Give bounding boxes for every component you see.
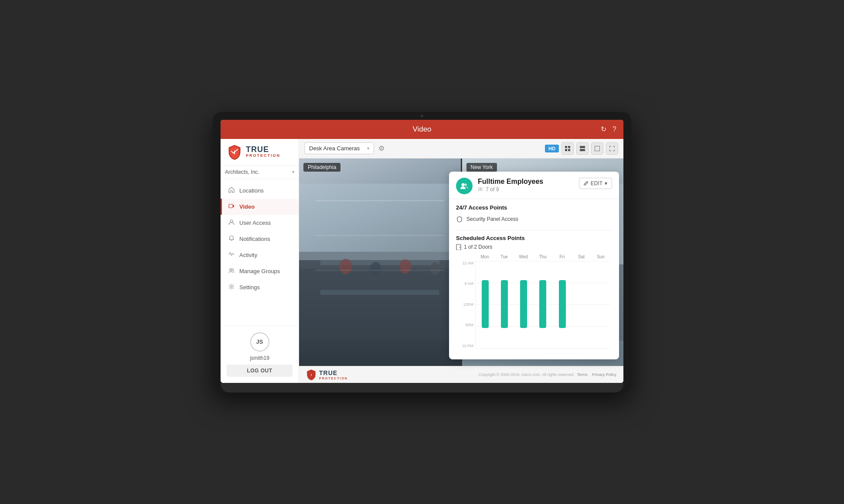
sidebar-item-label: Locations	[239, 187, 264, 194]
avatar: JS	[250, 332, 269, 352]
day-sat: Sat	[572, 254, 591, 259]
sidebar-item-label: User Access	[239, 220, 271, 226]
edit-button[interactable]: EDIT ▾	[579, 178, 612, 189]
sidebar-item-video[interactable]: Video	[221, 199, 299, 215]
access-247-section: 24/7 Access Points Security Panel Access	[456, 204, 612, 224]
refresh-icon[interactable]: ↻	[601, 125, 606, 133]
day-fri: Fri	[552, 254, 572, 259]
camera-dropdown[interactable]: Desk Area Cameras ▾	[304, 142, 374, 154]
sidebar-item-settings[interactable]: Settings	[221, 279, 299, 295]
svg-rect-16	[299, 183, 461, 260]
chart-col-fri	[553, 261, 572, 348]
fullscreen-button[interactable]	[606, 142, 618, 155]
svg-rect-8	[565, 149, 567, 151]
sidebar-item-user-access[interactable]: User Access	[221, 215, 299, 231]
logo-protection: PROTECTION	[246, 154, 280, 158]
sidebar-footer: JS jsmith19 LOG OUT	[221, 326, 299, 383]
footer-copyright: Copyright © 2000-2019, Alarm.com. All ri…	[479, 372, 575, 377]
chart-col-tue	[495, 261, 514, 348]
panel-title-group: Fulltime Employees 7 of 9	[456, 178, 543, 194]
bell-icon	[228, 235, 235, 243]
app-footer: i TRUE PROTECTION Copyright © 2000-2019,…	[299, 366, 623, 383]
chart-col-sun	[591, 261, 610, 348]
settings-icon[interactable]: ⚙	[378, 144, 385, 152]
sidebar-item-locations[interactable]: Locations	[221, 183, 299, 199]
footer-privacy-link[interactable]: Privacy Policy	[592, 372, 616, 377]
video-icon	[228, 203, 235, 210]
scheduled-section: Scheduled Access Points 1 of 2 Doors	[456, 235, 612, 348]
chart-bar-wed	[520, 280, 527, 328]
time-12pm: 12PM	[458, 302, 473, 307]
chart-bar-tue	[501, 280, 508, 328]
svg-point-18	[370, 262, 381, 275]
chart-col-wed	[514, 261, 533, 348]
svg-rect-10	[580, 146, 585, 148]
activity-icon	[228, 251, 235, 259]
svg-point-25	[462, 183, 465, 186]
grid-view-button[interactable]	[562, 142, 574, 155]
user-icon	[228, 219, 235, 227]
shield-icon	[456, 216, 463, 223]
footer-logo: i TRUE PROTECTION	[306, 369, 348, 380]
svg-point-30	[459, 247, 460, 247]
chart-bar-fri	[559, 280, 566, 328]
sidebar-item-label: Manage Groups	[239, 268, 280, 274]
account-chevron-icon: ▾	[292, 169, 294, 174]
schedule-chart: Mon Tue Wed Thu Fri Sat Sun	[456, 254, 612, 348]
time-10pm: 10 PM	[458, 344, 473, 348]
footer-links: Terms Privacy Policy	[577, 372, 616, 377]
home-icon	[228, 187, 235, 194]
username: jsmith19	[250, 355, 269, 361]
sidebar-item-label: Settings	[239, 284, 260, 291]
time-5pm: 5PM	[458, 323, 473, 327]
sidebar-item-label: Activity	[239, 252, 257, 258]
doors-count: 1 of 2 Doors	[456, 244, 612, 250]
split-view-button[interactable]	[576, 142, 589, 155]
logo-true: TRUE	[246, 145, 280, 154]
day-tue: Tue	[494, 254, 514, 259]
access-247-title: 24/7 Access Points	[456, 204, 612, 211]
logout-button[interactable]: LOG OUT	[227, 365, 293, 377]
account-name: Architects, Inc.	[225, 169, 259, 175]
chart-bar-thu	[539, 280, 546, 328]
access-panel: Fulltime Employees 7 of 9	[449, 172, 619, 359]
hd-badge[interactable]: HD	[545, 145, 559, 152]
panel-group-name: Fulltime Employees	[478, 178, 543, 186]
chart-col-sat	[572, 261, 591, 348]
edit-chevron-icon: ▾	[605, 180, 607, 186]
help-icon[interactable]: ?	[613, 125, 616, 133]
camera-dropdown-label: Desk Area Cameras	[309, 145, 360, 152]
dropdown-chevron-icon: ▾	[367, 146, 369, 151]
day-mon: Mon	[475, 254, 494, 259]
sidebar-logo: i TRUE PROTECTION	[221, 139, 299, 166]
sidebar: i TRUE PROTECTION Architects, Inc. ▾	[221, 139, 299, 383]
day-sun: Sun	[591, 254, 610, 259]
sidebar-item-manage-groups[interactable]: Manage Groups	[221, 263, 299, 279]
sidebar-item-label: Notifications	[239, 236, 270, 242]
single-view-button[interactable]	[591, 142, 603, 155]
svg-rect-7	[568, 146, 570, 148]
sidebar-item-activity[interactable]: Activity	[221, 247, 299, 263]
sidebar-item-label: Video	[239, 203, 255, 210]
divider	[456, 230, 612, 230]
day-thu: Thu	[533, 254, 552, 259]
panel-header: Fulltime Employees 7 of 9	[449, 172, 619, 199]
svg-point-19	[399, 259, 411, 274]
account-selector[interactable]: Architects, Inc. ▾	[221, 166, 299, 179]
scheduled-title: Scheduled Access Points	[456, 235, 612, 241]
svg-point-4	[232, 269, 234, 271]
camera-label-philadelphia: Philadelphia	[303, 163, 340, 172]
footer-terms-link[interactable]: Terms	[577, 372, 588, 377]
chart-col-mon	[476, 261, 495, 348]
groups-icon	[228, 267, 235, 275]
day-wed: Wed	[514, 254, 533, 259]
svg-rect-6	[565, 146, 567, 148]
svg-point-2	[230, 220, 233, 223]
svg-rect-1	[229, 204, 233, 208]
svg-point-20	[430, 262, 440, 275]
sidebar-item-notifications[interactable]: Notifications	[221, 231, 299, 247]
camera-feed-philadelphia[interactable]: Philadelphia	[299, 159, 461, 366]
panel-body: 24/7 Access Points Security Panel Access	[449, 199, 619, 359]
security-panel-label: Security Panel Access	[466, 216, 518, 222]
avatar-initials: JS	[256, 338, 263, 345]
